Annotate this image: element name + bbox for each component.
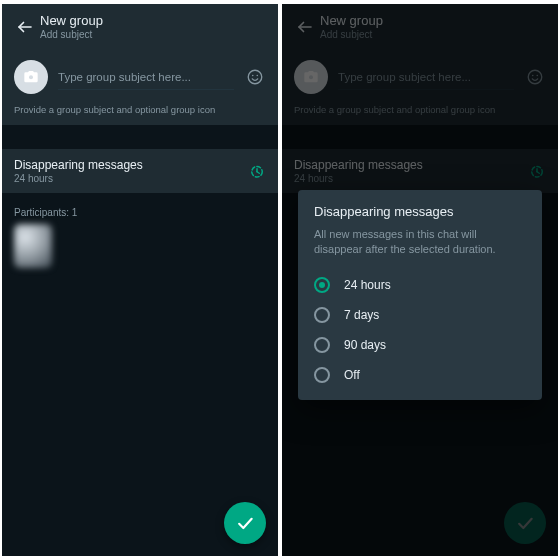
radio-icon <box>314 367 330 383</box>
camera-icon <box>23 69 39 85</box>
svg-point-2 <box>248 70 262 84</box>
option-label: 24 hours <box>344 278 391 292</box>
svg-point-4 <box>257 75 259 77</box>
svg-line-7 <box>257 172 259 174</box>
arrow-left-icon <box>16 18 34 36</box>
svg-point-1 <box>29 75 33 79</box>
confirm-fab[interactable] <box>224 502 266 544</box>
appbar-subtitle: Add subject <box>40 29 103 41</box>
participant-avatar[interactable] <box>14 224 52 268</box>
option-label: 90 days <box>344 338 386 352</box>
app-bar: New group Add subject <box>2 4 278 50</box>
option-label: 7 days <box>344 308 379 322</box>
back-button[interactable] <box>10 18 40 36</box>
radio-icon <box>314 307 330 323</box>
dm-title: Disappearing messages <box>14 158 143 172</box>
new-group-screen: New group Add subject Provide a group su… <box>2 4 278 556</box>
option-label: Off <box>344 368 360 382</box>
dialog-description: All new messages in this chat will disap… <box>314 227 526 258</box>
option-7-days[interactable]: 7 days <box>314 300 526 330</box>
dialog-title: Disappearing messages <box>314 204 526 219</box>
svg-point-3 <box>252 75 254 77</box>
participants-label: Participants: 1 <box>2 193 278 224</box>
new-group-screen-modal: New group Add subject Provide a group su… <box>282 4 558 556</box>
option-off[interactable]: Off <box>314 360 526 390</box>
check-icon <box>235 513 255 533</box>
subject-hint: Provide a group subject and optional gro… <box>2 102 278 125</box>
timer-icon <box>248 162 266 180</box>
emoji-button[interactable] <box>244 68 266 86</box>
dm-value: 24 hours <box>14 173 143 184</box>
radio-icon <box>314 337 330 353</box>
group-icon-button[interactable] <box>14 60 48 94</box>
disappearing-messages-row[interactable]: Disappearing messages 24 hours <box>2 149 278 193</box>
subject-section <box>2 50 278 102</box>
appbar-title: New group <box>40 14 103 29</box>
emoji-icon <box>246 68 264 86</box>
section-gap <box>2 125 278 149</box>
option-90-days[interactable]: 90 days <box>314 330 526 360</box>
disappearing-messages-dialog: Disappearing messages All new messages i… <box>298 190 542 400</box>
group-subject-input[interactable] <box>58 64 234 90</box>
option-24-hours[interactable]: 24 hours <box>314 270 526 300</box>
radio-icon <box>314 277 330 293</box>
